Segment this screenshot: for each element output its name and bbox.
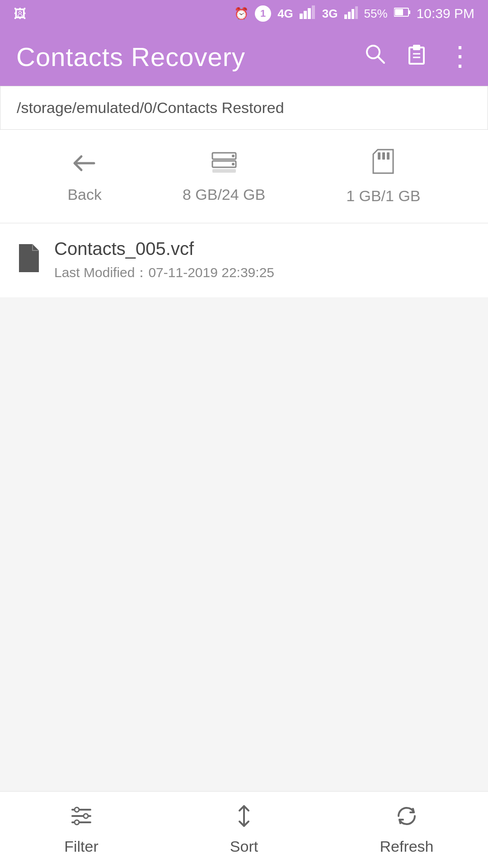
svg-rect-20 xyxy=(212,169,236,173)
sort-label: Sort xyxy=(230,838,258,855)
back-icon xyxy=(71,149,98,179)
signal-bars-icon xyxy=(300,5,316,22)
sd-card-button[interactable]: 1 GB/1 GB xyxy=(346,148,420,205)
back-label: Back xyxy=(67,186,102,203)
more-icon[interactable]: ⋮ xyxy=(446,43,472,70)
svg-rect-4 xyxy=(344,14,347,19)
svg-rect-6 xyxy=(352,9,354,19)
sort-button[interactable]: Sort xyxy=(163,804,325,855)
app-bar: Contacts Recovery ⋮ xyxy=(0,27,488,86)
signal-bars2-icon xyxy=(344,5,358,22)
alarm-icon: ⏰ xyxy=(234,7,249,21)
svg-rect-23 xyxy=(378,152,380,160)
filter-button[interactable]: Filter xyxy=(0,804,163,855)
file-list: Contacts_005.vcf Last Modified：07-11-201… xyxy=(0,223,488,298)
svg-rect-9 xyxy=(408,10,410,14)
svg-rect-0 xyxy=(300,14,303,19)
path-bar: /storage/emulated/0/Contacts Restored xyxy=(0,86,488,130)
file-name: Contacts_005.vcf xyxy=(54,239,274,259)
file-icon xyxy=(16,243,40,278)
file-modified-date: Last Modified：07-11-2019 22:39:25 xyxy=(54,264,274,282)
lte-label: 4G xyxy=(277,7,293,21)
search-icon[interactable] xyxy=(363,42,387,71)
svg-rect-3 xyxy=(312,5,315,19)
app-bar-actions: ⋮ xyxy=(363,42,472,71)
svg-rect-25 xyxy=(387,152,389,160)
current-path: /storage/emulated/0/Contacts Restored xyxy=(17,99,284,116)
clipboard-icon[interactable] xyxy=(405,42,428,71)
internal-storage-icon xyxy=(211,149,238,179)
bottom-nav: Filter Sort Refresh xyxy=(0,791,488,868)
svg-rect-2 xyxy=(308,8,311,19)
filter-icon xyxy=(70,804,93,833)
storage-row: Back 8 GB/24 GB 1 GB/1 GB xyxy=(0,130,488,223)
svg-rect-1 xyxy=(304,11,307,19)
refresh-label: Refresh xyxy=(380,838,433,855)
sd-card-icon xyxy=(371,148,395,181)
status-bar: 🖼 ⏰ 1 4G 3G 55% xyxy=(0,0,488,27)
svg-line-12 xyxy=(378,57,384,63)
sd-card-label: 1 GB/1 GB xyxy=(346,187,420,205)
file-info: Contacts_005.vcf Last Modified：07-11-201… xyxy=(54,239,274,282)
network-label: 3G xyxy=(322,7,338,21)
internal-storage-label: 8 GB/24 GB xyxy=(183,186,265,203)
internal-storage-button[interactable]: 8 GB/24 GB xyxy=(183,149,265,203)
filter-label: Filter xyxy=(64,838,99,855)
svg-point-31 xyxy=(75,820,79,825)
back-button[interactable]: Back xyxy=(67,149,102,203)
table-row[interactable]: Contacts_005.vcf Last Modified：07-11-201… xyxy=(0,223,488,298)
svg-point-21 xyxy=(232,155,235,157)
svg-rect-7 xyxy=(355,6,358,19)
battery-label: 55% xyxy=(364,7,388,21)
photo-icon: 🖼 xyxy=(14,6,26,21)
empty-area xyxy=(0,298,488,828)
battery-icon xyxy=(394,7,410,21)
svg-rect-5 xyxy=(348,12,351,19)
sort-icon xyxy=(232,804,256,833)
status-time: 10:39 PM xyxy=(417,6,474,21)
svg-point-30 xyxy=(84,814,88,818)
svg-rect-14 xyxy=(413,45,420,50)
page-title: Contacts Recovery xyxy=(16,42,363,72)
svg-rect-10 xyxy=(395,9,403,15)
refresh-button[interactable]: Refresh xyxy=(325,804,488,855)
svg-point-29 xyxy=(75,807,79,812)
notification-badge: 1 xyxy=(255,5,271,22)
svg-rect-24 xyxy=(382,152,385,160)
svg-point-22 xyxy=(232,163,235,165)
refresh-icon xyxy=(395,804,418,833)
